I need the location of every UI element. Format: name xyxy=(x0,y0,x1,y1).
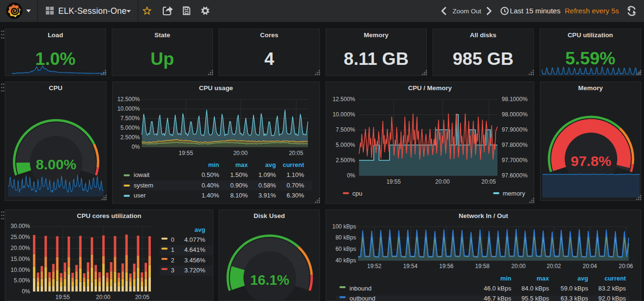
svg-text:1.09%: 1.09% xyxy=(258,171,276,178)
svg-text:avg: avg xyxy=(195,226,205,233)
svg-text:0: 0 xyxy=(171,236,174,243)
svg-text:0.40%: 0.40% xyxy=(201,182,219,189)
svg-text:6.30%: 6.30% xyxy=(286,192,304,199)
svg-text:20:00: 20:00 xyxy=(96,294,110,301)
svg-text:3.91%: 3.91% xyxy=(258,192,276,199)
svg-text:20:00: 20:00 xyxy=(511,263,526,270)
svg-text:0.50%: 0.50% xyxy=(201,171,219,178)
svg-text:system: system xyxy=(134,182,153,189)
svg-text:92.0 kBps: 92.0 kBps xyxy=(598,295,626,301)
svg-text:84.0 kBps: 84.0 kBps xyxy=(521,285,549,292)
svg-text:1.50%: 1.50% xyxy=(230,171,248,178)
svg-text:97.9000%: 97.9000% xyxy=(502,126,528,133)
svg-text:max: max xyxy=(537,275,549,282)
svg-text:20:05: 20:05 xyxy=(482,178,496,185)
svg-text:3: 3 xyxy=(171,267,174,274)
svg-text:4.077%: 4.077% xyxy=(184,236,206,243)
svg-text:10.00%: 10.00% xyxy=(11,267,30,273)
svg-text:avg: avg xyxy=(265,161,276,168)
svg-text:98.0000%: 98.0000% xyxy=(502,111,528,118)
svg-text:1: 1 xyxy=(171,246,174,253)
svg-text:16.1%: 16.1% xyxy=(250,272,289,288)
svg-text:10.000%: 10.000% xyxy=(333,111,356,118)
svg-text:min: min xyxy=(208,161,219,168)
svg-text:8.10%: 8.10% xyxy=(230,192,248,199)
svg-text:25.00%: 25.00% xyxy=(11,234,30,240)
svg-text:46.0 kBps: 46.0 kBps xyxy=(484,285,511,292)
svg-text:7.500%: 7.500% xyxy=(120,115,140,122)
svg-text:20:00: 20:00 xyxy=(435,178,450,185)
svg-text:12.500%: 12.500% xyxy=(333,96,356,103)
svg-text:0%: 0% xyxy=(22,288,31,295)
svg-text:19:52: 19:52 xyxy=(367,263,381,270)
svg-text:current: current xyxy=(283,161,304,168)
svg-text:current: current xyxy=(604,275,626,282)
svg-text:63.3 kBps: 63.3 kBps xyxy=(560,295,588,301)
svg-text:97.6000%: 97.6000% xyxy=(502,172,528,179)
svg-text:0.70%: 0.70% xyxy=(286,182,304,189)
svg-text:98.1000%: 98.1000% xyxy=(502,96,528,103)
svg-text:5.000%: 5.000% xyxy=(336,142,355,148)
svg-text:8.00%: 8.00% xyxy=(36,156,76,172)
svg-text:97.8000%: 97.8000% xyxy=(502,142,528,148)
svg-text:97.8%: 97.8% xyxy=(570,153,611,169)
svg-text:19:55: 19:55 xyxy=(55,294,70,301)
svg-text:60 kBps: 60 kBps xyxy=(336,246,356,252)
svg-text:19:54: 19:54 xyxy=(403,263,418,270)
svg-text:2.500%: 2.500% xyxy=(336,157,355,164)
svg-text:20:04: 20:04 xyxy=(582,263,597,270)
svg-text:memory: memory xyxy=(503,190,525,197)
svg-text:2.500%: 2.500% xyxy=(120,134,140,141)
svg-text:19:56: 19:56 xyxy=(439,263,454,270)
svg-text:inbound: inbound xyxy=(349,285,371,292)
svg-text:iowait: iowait xyxy=(134,171,150,178)
svg-text:0.58%: 0.58% xyxy=(258,182,276,189)
svg-text:19:55: 19:55 xyxy=(179,150,193,156)
svg-text:46.7 kBps: 46.7 kBps xyxy=(484,295,511,301)
svg-text:min: min xyxy=(500,275,511,282)
svg-text:20.00%: 20.00% xyxy=(11,245,30,251)
svg-text:95.5 kBps: 95.5 kBps xyxy=(521,295,549,301)
svg-text:40 kBps: 40 kBps xyxy=(336,257,356,264)
svg-text:30.00%: 30.00% xyxy=(11,223,30,229)
svg-text:83.2 kBps: 83.2 kBps xyxy=(598,285,626,292)
svg-text:100 kBps: 100 kBps xyxy=(332,223,356,230)
svg-text:59.0 kBps: 59.0 kBps xyxy=(560,285,588,292)
svg-text:user: user xyxy=(134,192,146,199)
svg-text:3.456%: 3.456% xyxy=(184,257,206,264)
svg-text:12.500%: 12.500% xyxy=(117,96,140,103)
svg-text:1.10%: 1.10% xyxy=(286,171,304,178)
svg-text:20:02: 20:02 xyxy=(547,263,561,270)
svg-text:avg: avg xyxy=(578,275,588,282)
svg-text:7.500%: 7.500% xyxy=(336,126,355,133)
svg-text:5.00%: 5.00% xyxy=(14,277,30,284)
svg-text:15.00%: 15.00% xyxy=(11,256,30,262)
svg-text:2: 2 xyxy=(171,257,174,264)
svg-text:80 kBps: 80 kBps xyxy=(336,234,356,241)
svg-text:outbound: outbound xyxy=(349,295,375,301)
svg-text:20:05: 20:05 xyxy=(289,150,303,156)
svg-text:10.000%: 10.000% xyxy=(117,105,140,112)
svg-text:19:58: 19:58 xyxy=(475,263,489,270)
svg-text:20:06: 20:06 xyxy=(619,263,633,270)
svg-text:3.720%: 3.720% xyxy=(184,267,206,274)
svg-text:0%: 0% xyxy=(132,144,140,150)
svg-text:97.7000%: 97.7000% xyxy=(502,157,528,164)
svg-text:0%: 0% xyxy=(347,172,356,179)
svg-text:20:00: 20:00 xyxy=(233,150,248,156)
svg-text:1.40%: 1.40% xyxy=(201,192,219,199)
svg-text:max: max xyxy=(235,161,248,168)
svg-text:0.90%: 0.90% xyxy=(230,182,248,189)
svg-text:19:55: 19:55 xyxy=(386,178,401,185)
svg-text:4.641%: 4.641% xyxy=(184,246,206,253)
svg-text:20:05: 20:05 xyxy=(135,294,149,301)
svg-text:5.000%: 5.000% xyxy=(120,125,140,131)
svg-text:cpu: cpu xyxy=(352,190,362,197)
